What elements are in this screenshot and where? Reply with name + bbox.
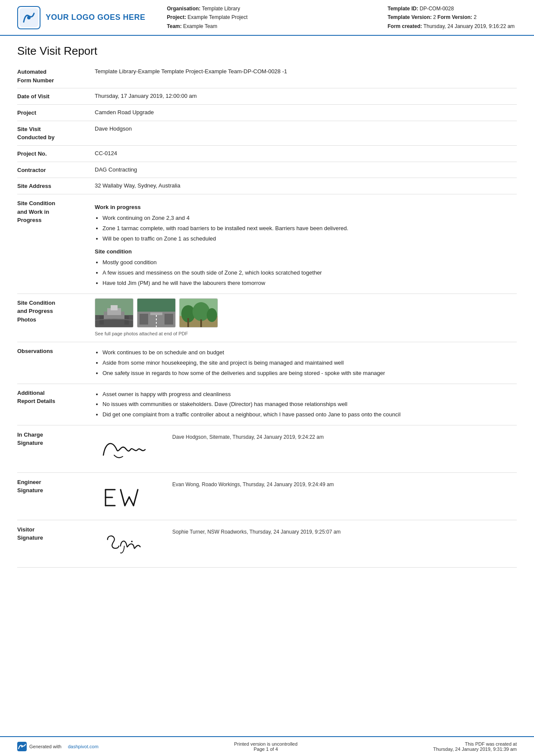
footer-page-text: Page 1 of 4: [234, 747, 297, 752]
footer-right: This PDF was created at Thursday, 24 Jan…: [433, 741, 517, 752]
site-address-row: Site Address 32 Wallaby Way, Sydney, Aus…: [17, 178, 517, 194]
svg-point-1: [27, 16, 31, 19]
engineer-sig-content: Evan Wong, Roado Workings, Thursday, 24 …: [95, 478, 517, 512]
project-meta-label: Project:: [167, 14, 186, 20]
site-condition-heading2: Site condition: [95, 247, 517, 256]
template-version-label: Template Version:: [388, 14, 432, 20]
site-condition-row: Site Conditionand Work inProgress Work i…: [17, 194, 517, 294]
contractor-value: DAG Contracting: [95, 166, 517, 175]
footer-dashpivot-link[interactable]: dashpivot.com: [68, 744, 99, 749]
svg-rect-12: [165, 314, 173, 325]
footer-left: Generated with dashpivot.com: [17, 742, 99, 751]
project-field-label: Project: [17, 108, 95, 117]
contractor-label: Contractor: [17, 166, 95, 175]
photo-2-icon: [137, 299, 175, 327]
site-condition-label: Site Conditionand Work inProgress: [17, 199, 95, 225]
observations-list: Work continues to be on schedule and on …: [102, 348, 517, 378]
photo-caption: See full page photos attached at end of …: [95, 330, 517, 338]
visitor-sig-label: VisitorSignature: [17, 525, 95, 542]
additional-value: Asset owner is happy with progress and c…: [95, 388, 517, 421]
svg-point-31: [131, 541, 133, 543]
observations-label: Observations: [17, 347, 95, 356]
photos-row: Site Conditionand ProgressPhotos: [17, 294, 517, 343]
in-charge-sig-row: In ChargeSignature Dave Hodgson, Sitemat…: [17, 425, 517, 473]
template-id-value: DP-COM-0028: [419, 6, 453, 12]
engineer-sig-image: [95, 478, 164, 512]
svg-rect-7: [99, 316, 104, 325]
list-item: Have told Jim (PM) and he will have the …: [102, 279, 517, 288]
footer-printed-text: Printed version is uncontrolled: [234, 741, 297, 747]
list-item: No issues with communities or stakeholde…: [102, 400, 517, 409]
svg-rect-6: [111, 305, 118, 310]
list-item: Will be open to traffic on Zone 1 as sch…: [102, 234, 517, 244]
form-created-value: Thursday, 24 January 2019, 9:16:22 am: [423, 23, 515, 29]
svg-line-28: [125, 497, 129, 506]
in-charge-sig-content: Dave Hodgson, Sitemate, Thursday, 24 Jan…: [95, 431, 517, 465]
template-version-line: Template Version: 2 Form Version: 2: [388, 13, 517, 22]
form-version-label: Form Version:: [438, 14, 472, 20]
svg-line-27: [121, 490, 125, 506]
list-item: Did get one complaint from a traffic con…: [102, 410, 517, 419]
header: YOUR LOGO GOES HERE Organisation: Templa…: [0, 0, 534, 36]
org-value: Template Library: [202, 6, 240, 12]
project-no-value: CC-0124: [95, 149, 517, 158]
footer-center: Printed version is uncontrolled Page 1 o…: [234, 741, 297, 752]
site-visit-value: Dave Hodgson: [95, 125, 517, 134]
logo-svg-icon: [19, 8, 38, 27]
footer: Generated with dashpivot.com Printed ver…: [0, 736, 534, 756]
svg-rect-21: [187, 318, 189, 327]
footer-logo-icon: [17, 742, 27, 751]
visitor-sig-row: VisitorSignature Sophie Turner: [17, 520, 517, 568]
project-field-value: Camden Road Upgrade: [95, 108, 517, 117]
project-line: Project: Example Template Project: [167, 13, 379, 22]
project-no-row: Project No. CC-0124: [17, 146, 517, 162]
svg-point-19: [192, 302, 210, 321]
site-condition-heading1: Work in progress: [95, 203, 517, 212]
visitor-sig-info: Sophie Turner, NSW Roadworks, Thursday, …: [172, 525, 341, 535]
list-item: Work continuing on Zone 2,3 and 4: [102, 214, 517, 223]
additional-row: AdditionalReport Details Asset owner is …: [17, 384, 517, 425]
engineer-sig-row: EngineerSignature: [17, 473, 517, 520]
photo-thumb-1: [95, 298, 134, 328]
site-condition-value: Work in progress Work continuing on Zone…: [95, 199, 517, 289]
additional-list: Asset owner is happy with progress and c…: [102, 390, 517, 419]
site-address-label: Site Address: [17, 181, 95, 191]
content: Site Visit Report AutomatedForm Number T…: [0, 36, 534, 736]
footer-pdf-created-label: This PDF was created at: [433, 741, 517, 747]
form-created-line: Form created: Thursday, 24 January 2019,…: [388, 22, 517, 31]
team-label: Team:: [167, 23, 182, 29]
page-title: Site Visit Report: [17, 44, 517, 58]
site-visit-label: Site VisitConducted by: [17, 125, 95, 142]
photo-thumb-3: [179, 298, 218, 328]
visitor-signature-icon: [97, 526, 161, 559]
list-item: A few issues and messiness on the south …: [102, 269, 517, 278]
photo-1-icon: [95, 299, 133, 327]
site-address-value: 32 Wallaby Way, Sydney, Australia: [95, 181, 517, 191]
svg-point-20: [207, 308, 217, 322]
date-of-visit-value: Thursday, 17 January 2019, 12:00:00 am: [95, 92, 517, 101]
form-version-value: 2: [474, 14, 477, 20]
list-item: One safety issue in regards to how some …: [102, 369, 517, 378]
site-condition-list1: Work continuing on Zone 2,3 and 4 Zone 1…: [102, 214, 517, 243]
site-condition-list2: Mostly good condition A few issues and m…: [102, 258, 517, 287]
svg-rect-8: [124, 316, 129, 325]
list-item: Mostly good condition: [102, 258, 517, 267]
footer-pdf-created-value: Thursday, 24 January 2019, 9:31:39 am: [433, 747, 517, 752]
org-line: Organisation: Template Library: [167, 4, 379, 13]
in-charge-sig-info: Dave Hodgson, Sitemate, Thursday, 24 Jan…: [172, 431, 324, 440]
header-meta: Organisation: Template Library Project: …: [154, 4, 379, 31]
form-created-label: Form created:: [388, 23, 422, 29]
photos-value: See full page photos attached at end of …: [95, 298, 517, 338]
logo-text: YOUR LOGO GOES HERE: [46, 13, 146, 22]
template-id-label: Template ID:: [388, 6, 418, 12]
form-number-value: Template Library-Example Template Projec…: [95, 67, 517, 76]
svg-point-33: [21, 746, 23, 747]
list-item: Work continues to be on schedule and on …: [102, 348, 517, 357]
engineer-sig-info: Evan Wong, Roado Workings, Thursday, 24 …: [172, 478, 334, 487]
engineer-sig-label: EngineerSignature: [17, 478, 95, 495]
svg-rect-22: [200, 319, 202, 327]
svg-rect-15: [137, 299, 175, 312]
in-charge-sig-image: [95, 431, 164, 465]
template-id-line: Template ID: DP-COM-0028: [388, 4, 517, 13]
form-number-row: AutomatedForm Number Template Library-Ex…: [17, 64, 517, 88]
